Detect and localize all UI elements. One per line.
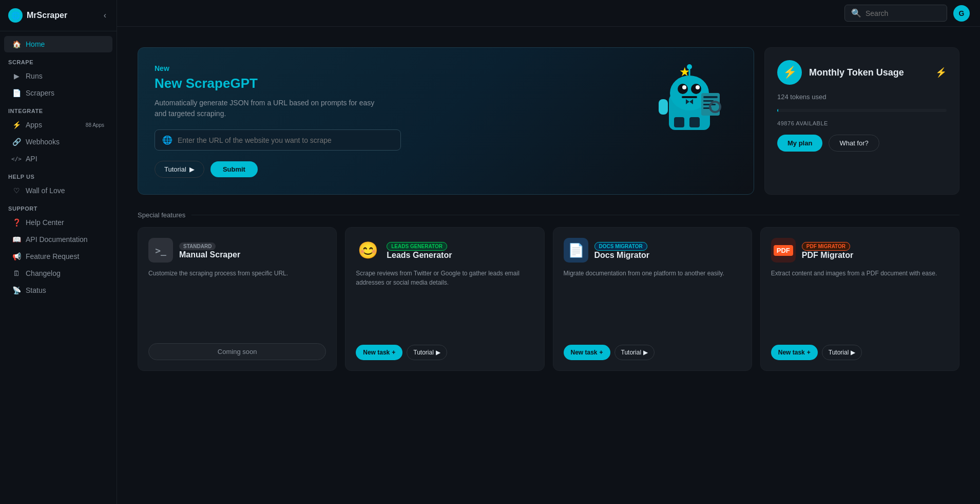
sidebar-item-wall-of-love[interactable]: ♡ Wall of Love	[4, 182, 112, 199]
svg-point-5	[682, 85, 686, 89]
plus-icon-pdf: +	[807, 349, 811, 356]
token-icon: ⚡	[777, 60, 802, 85]
sidebar-nav: 🏠 Home Scrape ▶ Runs 📄 Scrapers Integrat…	[0, 31, 117, 504]
sidebar-item-home-label: Home	[26, 40, 45, 48]
top-header: 🔍 G	[117, 0, 980, 27]
calendar-icon: 🗓	[12, 269, 21, 277]
signal-icon: 📡	[12, 286, 21, 294]
url-input[interactable]	[178, 136, 393, 144]
heart-icon: ♡	[12, 186, 21, 195]
sidebar-item-help-center[interactable]: ❓ Help Center	[4, 214, 112, 231]
robot-illustration: ★	[641, 58, 733, 151]
sidebar-item-webhooks-label: Webhooks	[26, 138, 60, 146]
svg-rect-7	[682, 96, 697, 98]
feature-card-manual-scraper: >_ Standard Manual Scraper Customize the…	[138, 227, 337, 371]
sidebar: 🌐 MrScraper ‹ 🏠 Home Scrape ▶ Runs 📄 Scr…	[0, 0, 117, 504]
token-title: Monthly Token Usage	[809, 67, 904, 78]
tutorial-button[interactable]: Tutorial ▶	[155, 161, 204, 178]
play-icon: ▶	[189, 165, 195, 173]
collapse-sidebar-button[interactable]: ‹	[102, 9, 108, 22]
runs-icon: ▶	[12, 72, 21, 80]
token-available: 49876 AVAILABLE	[777, 120, 947, 126]
play-sm-icon-docs: ▶	[643, 349, 648, 356]
what-for-button[interactable]: What for?	[829, 135, 879, 152]
manual-scraper-icon: >_	[148, 238, 173, 263]
section-label-scrape: Scrape	[0, 53, 117, 67]
sidebar-item-status-label: Status	[26, 286, 46, 294]
app-name: MrScraper	[27, 11, 67, 20]
features-grid: >_ Standard Manual Scraper Customize the…	[138, 227, 959, 371]
token-card-header: ⚡ Monthly Token Usage ⚡	[777, 60, 947, 85]
hero-row: New New ScrapeGPT Automatically generate…	[138, 47, 959, 195]
pdf-migrator-name: PDF Migrator	[802, 251, 853, 260]
feature-card-top-leads: 😊 Leads Generator Leads Generator	[356, 238, 533, 263]
sidebar-item-changelog[interactable]: 🗓 Changelog	[4, 265, 112, 282]
svg-point-11	[687, 64, 692, 69]
sidebar-item-changelog-label: Changelog	[26, 269, 61, 277]
token-progress-bar	[777, 109, 947, 112]
search-box[interactable]: 🔍	[844, 5, 947, 22]
svg-point-6	[696, 85, 700, 89]
docs-badge: Docs Migrator	[594, 242, 647, 251]
sidebar-item-runs[interactable]: ▶ Runs	[4, 68, 112, 84]
user-avatar[interactable]: G	[953, 5, 970, 22]
sidebar-item-api-doc-label: API Documentation	[26, 235, 88, 244]
sidebar-item-webhooks[interactable]: 🔗 Webhooks	[4, 134, 112, 150]
api-icon: </>	[12, 155, 21, 163]
token-usage-card: ⚡ Monthly Token Usage ⚡ 124 tokens used …	[764, 47, 959, 195]
leads-new-task-button[interactable]: New task +	[356, 345, 402, 360]
sidebar-item-apps[interactable]: ⚡ Apps 88 Apps	[4, 117, 112, 133]
sidebar-item-api-label: API	[26, 155, 37, 163]
svg-rect-14	[659, 99, 668, 115]
pdf-badge: PDF Migrator	[802, 242, 850, 251]
manual-scraper-actions: Coming soon	[148, 343, 326, 360]
pdf-tutorial-button[interactable]: Tutorial ▶	[822, 345, 862, 360]
pdf-new-task-button[interactable]: New task +	[771, 345, 818, 360]
docs-migrator-actions: New task + Tutorial ▶	[564, 345, 741, 360]
lightning-icon[interactable]: ⚡	[935, 67, 947, 78]
plus-icon: +	[392, 349, 395, 356]
apps-icon: ⚡	[12, 121, 21, 129]
globe-icon: 🌐	[162, 135, 172, 145]
pdf-icon: PDF	[771, 238, 796, 263]
megaphone-icon: 📢	[12, 252, 21, 260]
section-label-integrate: Integrate	[0, 102, 117, 116]
sidebar-item-status[interactable]: 📡 Status	[4, 282, 112, 298]
sidebar-item-apps-label: Apps	[26, 121, 42, 129]
docs-icon: 📄	[564, 238, 588, 263]
token-used-label: 124 tokens used	[777, 93, 947, 101]
sidebar-item-scrapers[interactable]: 📄 Scrapers	[4, 85, 112, 101]
sidebar-item-runs-label: Runs	[26, 72, 43, 80]
search-input[interactable]	[866, 9, 940, 17]
page-body: New New ScrapeGPT Automatically generate…	[127, 37, 970, 381]
feature-card-top-docs: 📄 Docs Migrator Docs Migrator	[564, 238, 741, 263]
feature-card-top-pdf: PDF PDF Migrator PDF Migrator	[771, 238, 949, 263]
svg-rect-13	[689, 117, 700, 127]
svg-rect-12	[674, 117, 684, 127]
leads-generator-actions: New task + Tutorial ▶	[356, 345, 533, 360]
my-plan-button[interactable]: My plan	[777, 135, 822, 152]
manual-scraper-desc: Customize the scraping process from spec…	[148, 269, 326, 339]
coming-soon-button: Coming soon	[148, 343, 326, 360]
logo-icon: 🌐	[8, 8, 23, 23]
feature-card-top-manual: >_ Standard Manual Scraper	[148, 238, 326, 263]
pdf-migrator-actions: New task + Tutorial ▶	[771, 345, 949, 360]
hero-url-input[interactable]: 🌐	[155, 129, 401, 151]
book-icon: 📖	[12, 235, 21, 244]
submit-button[interactable]: Submit	[210, 161, 258, 177]
sidebar-item-api[interactable]: </> API	[4, 151, 112, 167]
token-actions: My plan What for?	[777, 135, 947, 152]
home-icon: 🏠	[12, 40, 21, 48]
sidebar-item-home[interactable]: 🏠 Home	[4, 36, 112, 52]
play-sm-icon: ▶	[436, 349, 440, 356]
sidebar-item-feature-request[interactable]: 📢 Feature Request	[4, 248, 112, 265]
standard-badge: Standard	[179, 242, 216, 250]
docs-new-task-button[interactable]: New task +	[564, 345, 610, 360]
leads-tutorial-button[interactable]: Tutorial ▶	[407, 345, 447, 360]
section-label-support: Support	[0, 199, 117, 214]
sidebar-item-api-documentation[interactable]: 📖 API Documentation	[4, 231, 112, 248]
docs-migrator-desc: Migrate documentation from one platform …	[564, 269, 741, 341]
leads-badge: Leads Generator	[387, 242, 447, 251]
main-content: 🔍 G New New ScrapeGPT Automatically gene…	[117, 0, 980, 504]
docs-tutorial-button[interactable]: Tutorial ▶	[614, 345, 655, 360]
